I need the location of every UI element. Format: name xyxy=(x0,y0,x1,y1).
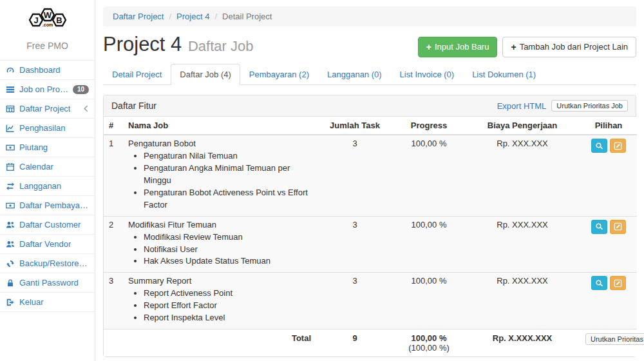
sign-out-icon xyxy=(6,298,15,307)
sidebar-item-keluar[interactable]: Keluar xyxy=(0,292,95,312)
svg-text:J: J xyxy=(33,15,38,25)
table-total-row: Total 9 100,00 % (100,00 %) Rp. X.XXX.XX… xyxy=(104,329,637,356)
chevron-left-icon xyxy=(83,105,89,112)
panel-daftar-fitur: Daftar Fitur Export HTML Urutkan Priorit… xyxy=(103,95,636,356)
job-name: Modifikasi Fitur Temuan xyxy=(128,220,216,229)
sidebar-item-label: Calendar xyxy=(19,162,53,171)
panel-daftar-fitur-heading: Daftar Fitur Export HTML Urutkan Priorit… xyxy=(104,95,636,117)
col-jumlah-task: Jumlah Task xyxy=(316,117,393,135)
plus-icon: + xyxy=(426,43,431,52)
calendar-icon xyxy=(6,162,15,171)
breadcrumb-daftar-project[interactable]: Daftar Project xyxy=(113,12,164,21)
table-header-row: # Nama Job Jumlah Task Progress Biaya Pe… xyxy=(104,117,637,135)
breadcrumb-project-4[interactable]: Project 4 xyxy=(176,12,209,21)
sidebar-item-piutang[interactable]: Piutang xyxy=(0,137,95,157)
table-row: 1 Pengaturan Bobot Pengaturan Nilai Temu… xyxy=(104,135,637,216)
edit-icon xyxy=(614,142,622,150)
tambah-job-dari-project-lain-button[interactable]: + Tambah Job dari Project Lain xyxy=(502,37,636,57)
biaya-value: Rp. XXX.XXX xyxy=(464,216,580,273)
progress-value: 100,00 % xyxy=(393,273,464,329)
table-icon xyxy=(6,104,15,113)
sidebar-item-label: Daftar Project xyxy=(19,104,70,113)
sidebar-item-label: Daftar Pembayaran xyxy=(19,200,89,210)
dashboard-icon xyxy=(6,66,15,75)
sidebar-item-penghasilan[interactable]: Penghasilan xyxy=(0,118,95,137)
jumlah-task-value: 3 xyxy=(316,216,393,273)
export-html-link[interactable]: Export HTML xyxy=(497,101,547,111)
edit-job-button[interactable] xyxy=(610,139,626,153)
jwb-hexagon-logo-icon: J W B .com xyxy=(23,5,72,34)
urutkan-prioritas-job-button[interactable]: Urutkan Prioritas Job xyxy=(551,100,628,112)
sidebar-item-daftar-project[interactable]: Daftar Project xyxy=(0,99,95,118)
tab-detail-project[interactable]: Detail Project xyxy=(103,64,171,85)
col-nama-job: Nama Job xyxy=(123,117,316,135)
col-pilihan: Pilihan xyxy=(580,117,637,135)
col-num: # xyxy=(104,117,123,135)
sidebar-item-label: Piutang xyxy=(19,142,48,152)
tab-list-invoice[interactable]: List Invoice (0) xyxy=(391,64,464,85)
tasks-icon xyxy=(6,85,15,94)
project-tabs: Detail Project Daftar Job (4) Pembayaran… xyxy=(103,64,636,85)
sidebar-item-langganan[interactable]: Langganan xyxy=(0,176,95,195)
sidebar-item-label: Langganan xyxy=(19,181,61,191)
sidebar-item-label: Ganti Password xyxy=(19,278,79,288)
view-job-button[interactable] xyxy=(591,220,607,234)
sidebar-item-dashboard[interactable]: Dashboard xyxy=(0,60,95,79)
svg-text:B: B xyxy=(56,15,62,25)
users-icon xyxy=(6,220,15,229)
sidebar-item-backup-restore-db[interactable]: Backup/Restore DB xyxy=(0,253,95,273)
page-header: Project 4 Daftar Job + Input Job Baru + … xyxy=(103,33,636,57)
app-logo[interactable]: J W B .com xyxy=(0,0,95,37)
job-name: Summary Report xyxy=(128,276,191,286)
sidebar-item-job-on-progress[interactable]: Job on Progress 10 xyxy=(0,79,95,99)
line-chart-icon xyxy=(6,124,15,133)
lock-icon xyxy=(6,278,15,288)
sidebar-item-label: Penghasilan xyxy=(19,123,66,133)
sidebar-item-calendar[interactable]: Calendar xyxy=(0,157,95,176)
users-icon xyxy=(6,240,15,249)
table-row: 3 Summary Report Report Activeness Point… xyxy=(104,273,637,329)
breadcrumb-detail-project: Detail Project xyxy=(222,12,272,21)
sidebar-item-label: Daftar Vendor xyxy=(19,239,71,249)
sidebar-item-daftar-customer[interactable]: Daftar Customer xyxy=(0,215,95,234)
job-count-badge: 10 xyxy=(73,85,89,94)
col-biaya: Biaya Pengerjaan xyxy=(464,117,580,135)
refresh-icon xyxy=(6,259,15,268)
jumlah-task-value: 3 xyxy=(316,135,393,216)
edit-job-button[interactable] xyxy=(610,276,626,290)
brand-name: Free PMO xyxy=(0,37,95,60)
tab-pembayaran[interactable]: Pembayaran (2) xyxy=(240,64,318,85)
table-row: 2 Modifikasi Fitur Temuan Modifikasi Rev… xyxy=(104,216,637,273)
edit-icon xyxy=(614,222,622,231)
total-tasks: 9 xyxy=(316,329,393,356)
money-icon xyxy=(6,143,15,152)
sidebar-item-daftar-pembayaran[interactable]: Daftar Pembayaran xyxy=(0,195,95,215)
search-icon xyxy=(595,222,603,231)
input-job-baru-button[interactable]: + Input Job Baru xyxy=(418,37,498,57)
urutkan-prioritas-job-button[interactable]: Urutkan Prioritas Job xyxy=(585,333,644,345)
sidebar-item-daftar-vendor[interactable]: Daftar Vendor xyxy=(0,234,95,253)
tab-daftar-job[interactable]: Daftar Job (4) xyxy=(171,64,240,85)
plus-icon: + xyxy=(511,43,516,52)
sidebar-item-label: Keluar xyxy=(19,297,44,307)
daftar-fitur-table: # Nama Job Jumlah Task Progress Biaya Pe… xyxy=(104,117,637,356)
edit-job-button[interactable] xyxy=(610,220,626,234)
tab-langganan[interactable]: Langganan (0) xyxy=(318,64,391,85)
job-name: Pengaturan Bobot xyxy=(128,139,196,148)
money-icon xyxy=(6,201,15,210)
total-biaya: Rp. X.XXX.XXX xyxy=(464,329,580,356)
page-title: Project 4 xyxy=(103,33,182,55)
panel-title: Daftar Fitur xyxy=(111,101,156,111)
header-buttons: + Input Job Baru + Tambah Job dari Proje… xyxy=(418,37,636,57)
exchange-icon xyxy=(6,182,15,191)
view-job-button[interactable] xyxy=(591,276,607,290)
sidebar-item-ganti-password[interactable]: Ganti Password xyxy=(0,273,95,292)
total-progress: 100,00 % (100,00 %) xyxy=(393,329,464,356)
sidebar-item-label: Daftar Customer xyxy=(19,220,80,229)
progress-value: 100,00 % xyxy=(393,216,464,273)
col-progress: Progress xyxy=(393,117,464,135)
sidebar: J W B .com Free PMO Dashboard Job on Pro… xyxy=(0,0,95,361)
tab-list-dokumen[interactable]: List Dokumen (1) xyxy=(463,64,545,85)
view-job-button[interactable] xyxy=(591,139,607,153)
edit-icon xyxy=(614,279,622,288)
